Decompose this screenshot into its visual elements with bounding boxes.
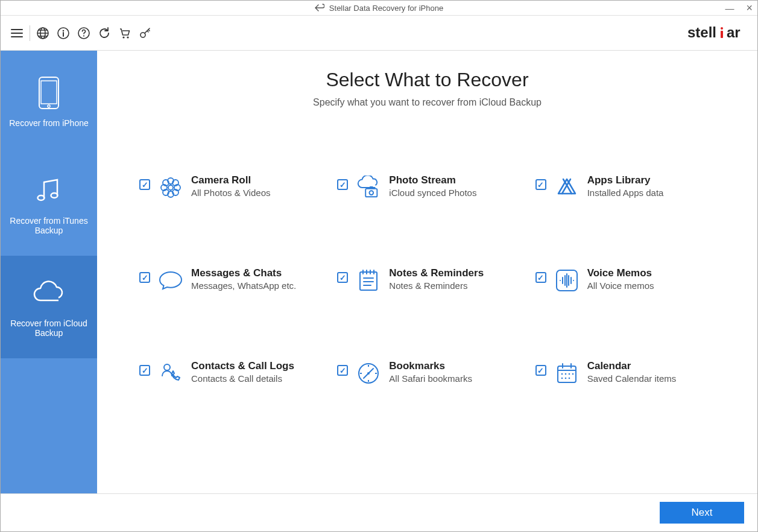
window-title: Stellar Data Recovery for iPhone (329, 4, 443, 13)
cloud-icon (31, 276, 67, 310)
menu-icon[interactable] (7, 23, 27, 43)
svg-point-37 (568, 373, 570, 375)
cloud-camera-icon (355, 174, 382, 201)
svg-text:stell: stell (687, 24, 716, 40)
page-subtitle: Specify what you want to recover from iC… (121, 97, 733, 108)
category-subtitle: All Photos & Videos (191, 188, 270, 198)
sidebar-item-iphone[interactable]: Recover from iPhone (1, 51, 97, 153)
sidebar-item-itunes[interactable]: Recover from iTunes Backup (1, 153, 97, 256)
calendar-icon (554, 360, 580, 387)
svg-point-35 (561, 373, 563, 375)
svg-point-28 (370, 191, 374, 195)
globe-icon[interactable] (33, 23, 53, 43)
category-title: Messages & Chats (191, 267, 296, 279)
category-subtitle: Saved Calendar items (587, 373, 677, 384)
svg-point-15 (48, 105, 50, 107)
category-title: Contacts & Call Logs (191, 360, 294, 372)
category-title: Bookmarks (389, 360, 472, 372)
checkbox[interactable]: ✓ (337, 179, 348, 190)
category-grid: ✓ Camera Roll All Photos & Videos ✓ Phot… (121, 174, 733, 387)
svg-text:ar: ar (727, 24, 741, 40)
notepad-icon (355, 267, 382, 294)
svg-point-41 (568, 378, 570, 379)
compass-icon (355, 360, 382, 387)
help-icon[interactable] (74, 23, 94, 43)
category-contacts[interactable]: ✓ Contacts & Call Logs Contacts & Call d… (139, 360, 319, 387)
apps-icon (554, 174, 580, 201)
svg-point-38 (572, 373, 573, 375)
category-calendar[interactable]: ✓ Calendar Saved Calendar items (535, 360, 715, 387)
flower-icon (157, 174, 184, 201)
svg-point-40 (564, 378, 566, 379)
contact-phone-icon (157, 360, 184, 387)
checkbox[interactable]: ✓ (139, 179, 150, 190)
iphone-icon (38, 76, 60, 110)
sidebar: Recover from iPhone Recover from iTunes … (1, 51, 97, 493)
svg-point-39 (561, 378, 563, 379)
sidebar-item-label: Recover from iCloud Backup (7, 318, 91, 338)
titlebar: Stellar Data Recovery for iPhone — × (1, 1, 757, 16)
svg-point-36 (564, 373, 566, 375)
category-title: Notes & Reminders (389, 267, 484, 279)
category-voice-memos[interactable]: ✓ Voice Memos All Voice memos (535, 267, 715, 294)
category-apps-library[interactable]: ✓ Apps Library Installed Apps data (535, 174, 715, 201)
page-title: Select What to Recover (121, 69, 733, 91)
checkbox[interactable]: ✓ (337, 272, 348, 283)
category-title: Calendar (587, 360, 677, 372)
svg-rect-27 (366, 189, 377, 197)
checkbox[interactable]: ✓ (535, 365, 546, 376)
checkbox[interactable]: ✓ (139, 365, 150, 376)
svg-point-6 (122, 36, 124, 38)
category-subtitle: All Voice memos (587, 280, 654, 291)
main-content: Select What to Recover Specify what you … (97, 51, 757, 493)
category-title: Apps Library (587, 174, 664, 186)
sidebar-item-icloud[interactable]: Recover from iCloud Backup (1, 256, 97, 358)
svg-point-31 (164, 364, 170, 370)
next-button[interactable]: Next (660, 502, 744, 524)
checkbox[interactable]: ✓ (535, 272, 546, 283)
category-messages[interactable]: ✓ Messages & Chats Messages, WhatsApp et… (139, 267, 319, 294)
category-subtitle: Notes & Reminders (389, 280, 484, 291)
category-subtitle: Messages, WhatsApp etc. (191, 280, 296, 291)
footer: Next (1, 493, 757, 531)
category-subtitle: Contacts & Call details (191, 373, 294, 384)
refresh-icon[interactable] (94, 23, 115, 43)
category-subtitle: Installed Apps data (587, 188, 664, 198)
back-arrow-icon[interactable] (315, 4, 324, 12)
checkbox[interactable]: ✓ (337, 365, 348, 376)
svg-point-7 (127, 36, 128, 38)
toolbar: stell ar (1, 16, 757, 51)
category-subtitle: All Safari bookmarks (389, 373, 472, 384)
svg-point-3 (63, 30, 65, 31)
key-icon[interactable] (135, 23, 156, 43)
category-camera-roll[interactable]: ✓ Camera Roll All Photos & Videos (139, 174, 319, 201)
svg-point-11 (721, 27, 723, 30)
brand-logo: stell ar (687, 24, 745, 42)
waveform-icon (554, 267, 580, 294)
close-button[interactable]: × (746, 2, 753, 14)
checkbox[interactable]: ✓ (139, 272, 150, 283)
svg-point-18 (168, 185, 173, 190)
category-photo-stream[interactable]: ✓ Photo Stream iCloud synced Photos (337, 174, 517, 201)
category-notes[interactable]: ✓ Notes & Reminders Notes & Reminders (337, 267, 517, 294)
sidebar-item-label: Recover from iPhone (9, 118, 89, 128)
svg-point-5 (83, 35, 84, 36)
toolbar-separator (30, 25, 30, 41)
category-title: Camera Roll (191, 174, 270, 186)
category-bookmarks[interactable]: ✓ Bookmarks All Safari bookmarks (337, 360, 517, 387)
svg-rect-12 (721, 31, 723, 38)
sidebar-item-label: Recover from iTunes Backup (7, 216, 91, 235)
checkbox[interactable]: ✓ (535, 179, 546, 190)
info-icon[interactable] (53, 23, 74, 43)
category-title: Voice Memos (587, 267, 654, 279)
svg-rect-14 (41, 81, 57, 104)
cart-icon[interactable] (115, 23, 135, 43)
minimize-button[interactable]: — (725, 3, 734, 13)
music-note-icon (34, 174, 63, 207)
category-subtitle: iCloud synced Photos (389, 188, 476, 198)
chat-bubble-icon (157, 267, 184, 294)
category-title: Photo Stream (389, 174, 476, 186)
